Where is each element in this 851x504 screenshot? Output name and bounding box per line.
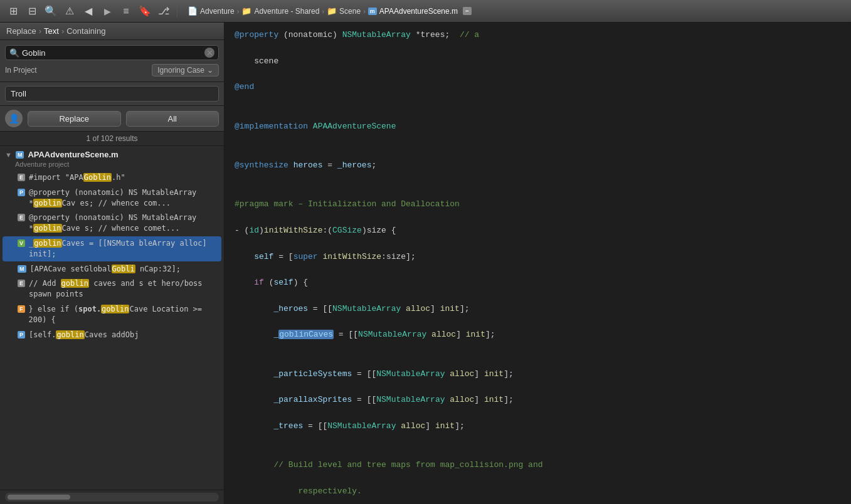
result-text-0: #import "APAGoblin.h" xyxy=(29,172,125,183)
code-line-10: - (id)initWithSize:(CGSize)size { xyxy=(235,224,841,238)
result-badge-f-6: F xyxy=(18,305,25,313)
code-line-2: scene xyxy=(235,55,841,68)
main-content: Replace › Text › Containing 🔍 ✕ In Proje… xyxy=(0,23,851,504)
code-line-9: #pragma mark – Initialization and Deallo… xyxy=(235,198,841,211)
result-item-3[interactable]: V _goblinCaves = [[NSMuta bleArray alloc… xyxy=(3,236,221,261)
replace-input[interactable] xyxy=(11,89,213,98)
case-option-label: Ignoring Case xyxy=(157,66,204,75)
toolbar: ⊞ ⊟ 🔍 ⚠ ◀ ▶ ≡ 🔖 ⎇ 📄 Adventure › 📁 Advent… xyxy=(0,0,851,23)
search-scope: In Project xyxy=(5,66,37,75)
code-line-21: respectively. xyxy=(235,485,841,498)
results-list: ▼ M APAAdventureScene.m Adventure projec… xyxy=(0,146,224,490)
code-line-13: _heroes = [[NSMutableArray alloc] init]; xyxy=(235,303,841,316)
result-item-4[interactable]: M [APACave setGlobalGobli nCap:32]; xyxy=(3,262,221,276)
replace-button[interactable]: Replace xyxy=(28,111,121,127)
text-label: Text xyxy=(44,26,59,36)
result-badge-e-2: E xyxy=(18,214,25,221)
replace-header: Replace › Text › Containing xyxy=(0,23,224,40)
replace-sep-1: › xyxy=(39,26,41,36)
separator xyxy=(177,5,177,18)
result-text-6: } else if (spot.goblinCave Location >= 2… xyxy=(29,304,217,325)
result-badge-v-3: V xyxy=(18,239,25,247)
result-project-name: Adventure project xyxy=(0,160,224,168)
result-item-1[interactable]: P @property (nonatomic) NS MutableArray … xyxy=(3,186,221,211)
folder-icon-2: 📁 xyxy=(327,6,337,16)
search-magnify-icon: 🔍 xyxy=(9,48,19,58)
result-text-3: _goblinCaves = [[NSMuta bleArray alloc] … xyxy=(29,238,216,260)
code-line-17: _parallaxSprites = [[NSMutableArray allo… xyxy=(235,394,841,407)
code-line-7: @synthesize heroes = _heroes; xyxy=(235,159,841,172)
list-icon[interactable]: ≡ xyxy=(118,3,134,19)
result-badge-p-1: P xyxy=(18,189,25,196)
clear-search-button[interactable]: ✕ xyxy=(204,48,214,58)
code-editor: @property (nonatomic) NSMutableArray *tr… xyxy=(225,23,851,504)
search-options: In Project Ignoring Case ⌄ xyxy=(5,64,219,76)
search-input-row: 🔍 ✕ xyxy=(5,45,219,60)
breadcrumb-scene[interactable]: 📁 Scene xyxy=(327,6,361,16)
breadcrumb-sep-3: › xyxy=(363,8,366,15)
result-item-6[interactable]: F } else if (spot.goblinCave Location >=… xyxy=(3,302,221,327)
scroll-thumb xyxy=(8,495,70,500)
search-input[interactable] xyxy=(22,48,204,58)
result-file-name: APAAdventureScene.m xyxy=(28,150,118,159)
result-text-1: @property (nonatomic) NS MutableArray *g… xyxy=(29,187,216,209)
replace-input-row xyxy=(5,86,219,102)
result-item-5[interactable]: E // Add goblin caves and s et hero/boss… xyxy=(3,276,221,302)
breadcrumb-file[interactable]: m APAAdventureScene.m xyxy=(368,7,458,16)
breadcrumb-dash: – xyxy=(463,7,472,15)
result-badge-e-0: E xyxy=(18,174,25,181)
containing-label: Containing xyxy=(66,26,105,36)
result-file-header[interactable]: ▼ M APAAdventureScene.m xyxy=(0,146,224,160)
code-line-20: // Build level and tree maps from map_co… xyxy=(235,459,841,472)
play-icon[interactable]: ▶ xyxy=(99,3,115,19)
breadcrumb-adventure[interactable]: 📄 Adventure xyxy=(188,6,235,16)
replace-sep-2: › xyxy=(61,26,64,36)
breadcrumb-label-shared: Adventure - Shared xyxy=(254,7,319,16)
user-avatar[interactable]: 👤 xyxy=(5,110,23,127)
m-badge: m xyxy=(368,8,377,15)
scroll-indicator[interactable] xyxy=(5,493,219,501)
git-icon[interactable]: ⎇ xyxy=(156,3,172,19)
bottom-scroll xyxy=(0,490,224,504)
result-text-4: [APACave setGlobalGobli nCap:32]; xyxy=(30,264,181,275)
result-badge-p-7: P xyxy=(18,331,25,339)
grid-icon[interactable]: ⊞ xyxy=(5,3,21,19)
bookmark-icon[interactable]: 🔖 xyxy=(137,3,153,19)
search-toolbar-icon[interactable]: 🔍 xyxy=(43,3,59,19)
folder-icon-1: 📁 xyxy=(241,6,251,16)
replace-buttons-row: 👤 Replace All xyxy=(0,106,224,132)
breadcrumb-sep-2: › xyxy=(322,8,324,15)
replace-breadcrumb: Replace › Text › Containing xyxy=(6,26,105,36)
grid2-icon[interactable]: ⊟ xyxy=(24,3,40,19)
code-editor-panel: @property (nonatomic) NSMutableArray *tr… xyxy=(225,23,851,504)
breadcrumb-sep-1: › xyxy=(237,8,240,15)
replace-input-area xyxy=(0,82,224,106)
result-badge-m-4: M xyxy=(18,265,26,273)
result-item-2[interactable]: E @property (nonatomic) NS MutableArray … xyxy=(3,211,221,236)
result-item-0[interactable]: E #import "APAGoblin.h" xyxy=(3,171,221,185)
result-item-7[interactable]: P [self.goblinCaves addObj xyxy=(3,328,221,342)
breadcrumb-label-file: APAAdventureScene.m xyxy=(379,7,458,16)
replace-label: Replace xyxy=(6,26,36,36)
code-line-16: _particleSystems = [[NSMutableArray allo… xyxy=(235,368,841,381)
warning-icon[interactable]: ⚠ xyxy=(61,3,78,19)
code-line-12: if (self) { xyxy=(235,276,841,290)
code-content[interactable]: @property (nonatomic) NSMutableArray *tr… xyxy=(225,23,851,504)
breadcrumb-shared[interactable]: 📁 Adventure - Shared xyxy=(241,6,319,16)
result-text-5: // Add goblin caves and s et hero/boss s… xyxy=(29,278,216,300)
replace-all-button[interactable]: All xyxy=(126,111,219,127)
breadcrumb-label-adventure: Adventure xyxy=(200,7,235,16)
code-line-18: _trees = [[NSMutableArray alloc] init]; xyxy=(235,420,841,433)
result-text-2: @property (nonatomic) NS MutableArray *g… xyxy=(29,213,216,234)
find-replace-panel: Replace › Text › Containing 🔍 ✕ In Proje… xyxy=(0,23,225,504)
result-text-7: [self.goblinCaves addObj xyxy=(29,330,139,340)
code-line-5: @implementation APAAdventureScene xyxy=(235,120,841,134)
case-option[interactable]: Ignoring Case ⌄ xyxy=(152,64,219,76)
code-line-3: @end xyxy=(235,81,841,94)
chevron-down-icon: ⌄ xyxy=(207,66,213,75)
back-nav-icon[interactable]: ◀ xyxy=(80,3,97,19)
file-icon: 📄 xyxy=(188,6,198,16)
results-count: 1 of 102 results xyxy=(0,132,224,146)
code-line-14: _goblinCaves = [[NSMutableArray alloc] i… xyxy=(235,328,841,342)
search-area: 🔍 ✕ In Project Ignoring Case ⌄ xyxy=(0,40,224,82)
